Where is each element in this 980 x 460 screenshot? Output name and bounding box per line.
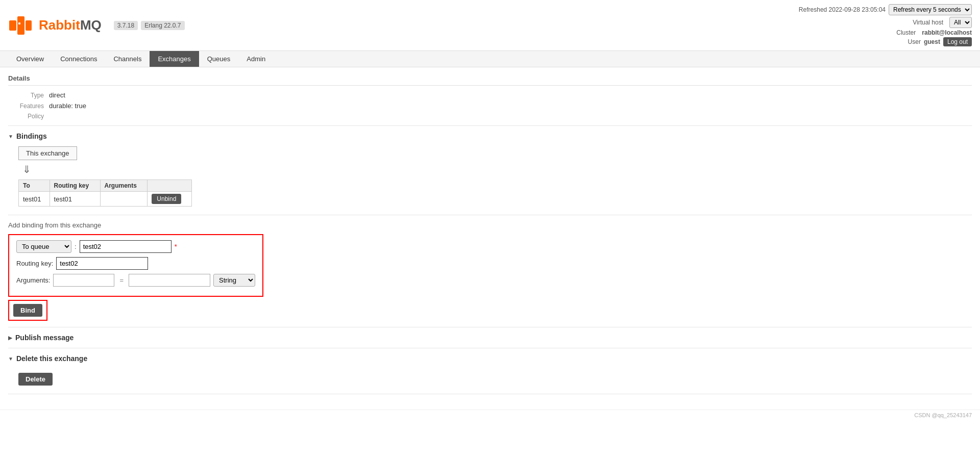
bindings-collapse-arrow: ▼ xyxy=(8,134,13,139)
footer: CSDN @qq_25243147 xyxy=(0,410,980,420)
footer-text: CSDN @qq_25243147 xyxy=(914,412,972,418)
logo-text: RabbitMQ xyxy=(39,17,102,33)
type-row: Type direct xyxy=(8,90,972,100)
bindings-table-header-row: To Routing key Arguments xyxy=(19,180,192,192)
publish-title: Publish message xyxy=(15,334,74,342)
nav-overview[interactable]: Overview xyxy=(8,51,52,67)
delete-title: Delete this exchange xyxy=(16,354,87,363)
table-row: test01 test01 Unbind xyxy=(19,192,192,207)
rabbitmq-logo-icon xyxy=(8,15,33,36)
bindings-table: To Routing key Arguments test01 test01 U… xyxy=(18,180,192,207)
delete-button[interactable]: Delete xyxy=(18,373,53,386)
refresh-select[interactable]: Refresh every 5 seconds xyxy=(889,4,972,15)
navigation: Overview Connections Channels Exchanges … xyxy=(0,51,980,67)
delete-section: ▼ Delete this exchange Delete xyxy=(8,348,972,394)
add-binding-title: Add binding from this exchange xyxy=(8,221,972,229)
header-right: Refreshed 2022-09-28 23:05:04 Refresh ev… xyxy=(799,4,972,46)
publish-collapse-arrow: ▶ xyxy=(8,335,12,341)
binding-to: test01 xyxy=(19,192,50,207)
virtual-host-select[interactable]: All xyxy=(949,17,972,28)
delete-content: Delete xyxy=(8,365,972,390)
main-content: Details Type direct Features durable: tr… xyxy=(0,67,980,404)
erlang-badge: Erlang 22.0.7 xyxy=(141,21,184,30)
cluster-value: rabbit@localhost xyxy=(922,29,972,36)
col-arguments: Arguments xyxy=(100,180,148,192)
bindings-header[interactable]: ▼ Bindings xyxy=(8,130,972,142)
user-row: User guest Log out xyxy=(799,37,972,46)
svg-rect-2 xyxy=(26,20,32,31)
policy-row: Policy xyxy=(8,111,972,121)
nav-channels[interactable]: Channels xyxy=(105,51,150,67)
col-action xyxy=(148,180,192,192)
details-heading: Details xyxy=(8,71,972,86)
binding-routing-key: test01 xyxy=(50,192,100,207)
type-value: direct xyxy=(49,91,65,99)
user-value: guest xyxy=(924,38,940,45)
svg-rect-1 xyxy=(17,16,24,35)
details-section: Details Type direct Features durable: tr… xyxy=(8,67,972,126)
nav-queues[interactable]: Queues xyxy=(199,51,239,67)
publish-header[interactable]: ▶ Publish message xyxy=(8,331,972,344)
binding-arguments xyxy=(100,192,148,207)
required-star: * xyxy=(175,243,177,250)
bindings-content: This exchange ⇓ To Routing key Arguments… xyxy=(8,142,972,211)
to-queue-select[interactable]: To queue To exchange xyxy=(16,240,71,253)
to-queue-input[interactable] xyxy=(80,240,172,253)
binding-unbind-cell: Unbind xyxy=(148,192,192,207)
exchange-box: This exchange xyxy=(18,146,77,160)
arguments-key-input[interactable] xyxy=(53,274,114,287)
col-routing-key: Routing key xyxy=(50,180,100,192)
cluster-row: Cluster rabbit@localhost xyxy=(799,29,972,36)
type-label: Type xyxy=(8,92,49,99)
nav-connections[interactable]: Connections xyxy=(52,51,105,67)
delete-header[interactable]: ▼ Delete this exchange xyxy=(8,352,972,365)
logo-area: RabbitMQ 3.7.18 Erlang 22.0.7 xyxy=(8,15,185,36)
bind-button[interactable]: Bind xyxy=(13,304,42,317)
user-label: User xyxy=(908,38,921,45)
publish-section: ▶ Publish message xyxy=(8,327,972,348)
bind-button-wrapper: Bind xyxy=(8,300,47,321)
header: RabbitMQ 3.7.18 Erlang 22.0.7 Refreshed … xyxy=(0,0,980,51)
features-row: Features durable: true xyxy=(8,100,972,111)
cluster-label: Cluster xyxy=(896,29,916,36)
features-value: durable: true xyxy=(49,102,86,110)
nav-admin[interactable]: Admin xyxy=(238,51,274,67)
bindings-title: Bindings xyxy=(16,132,47,140)
policy-label: Policy xyxy=(8,113,49,120)
routing-key-row: Routing key: xyxy=(16,257,255,270)
refresh-row: Refreshed 2022-09-28 23:05:04 Refresh ev… xyxy=(799,4,972,15)
equals-icon: = xyxy=(117,276,126,284)
svg-rect-3 xyxy=(18,22,20,24)
virtual-host-label: Virtual host xyxy=(913,19,943,26)
delete-collapse-arrow: ▼ xyxy=(8,356,13,362)
version-badge: 3.7.18 xyxy=(114,21,138,30)
arguments-label: Arguments: xyxy=(16,276,50,284)
unbind-button[interactable]: Unbind xyxy=(152,194,181,204)
routing-key-label: Routing key: xyxy=(16,260,53,267)
logout-button[interactable]: Log out xyxy=(943,37,972,46)
add-binding-form: To queue To exchange : * Routing key: Ar… xyxy=(8,234,263,297)
virtual-host-row: Virtual host All xyxy=(799,17,972,28)
svg-rect-0 xyxy=(9,20,16,31)
features-label: Features xyxy=(8,103,49,110)
routing-key-input[interactable] xyxy=(56,257,148,270)
down-arrow-icon: ⇓ xyxy=(22,163,972,175)
nav-exchanges[interactable]: Exchanges xyxy=(150,51,199,67)
arguments-row: Arguments: = String Number Boolean xyxy=(16,274,255,287)
arguments-val-input[interactable] xyxy=(129,274,210,287)
colon-1: : xyxy=(75,243,77,250)
to-queue-row: To queue To exchange : * xyxy=(16,240,255,253)
refreshed-label: Refreshed 2022-09-28 23:05:04 xyxy=(799,6,886,13)
add-binding-section: Add binding from this exchange To queue … xyxy=(8,215,972,327)
arguments-type-select[interactable]: String Number Boolean xyxy=(213,274,255,287)
version-badges: 3.7.18 Erlang 22.0.7 xyxy=(114,21,185,30)
col-to: To xyxy=(19,180,50,192)
bindings-section: ▼ Bindings This exchange ⇓ To Routing ke… xyxy=(8,126,972,215)
